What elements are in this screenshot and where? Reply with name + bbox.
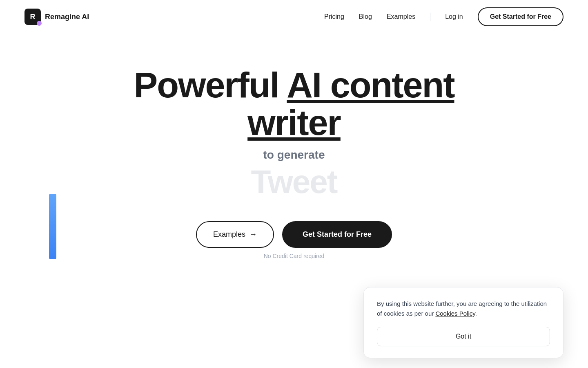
no-credit-card-text: No Credit Card required <box>264 253 325 259</box>
nav-divider <box>430 13 430 21</box>
navbar: R Remagine AI Pricing Blog Examples Log … <box>0 0 588 34</box>
decorative-bar <box>49 194 56 259</box>
hero-title-part3: writer <box>247 102 341 143</box>
nav-link-pricing[interactable]: Pricing <box>324 13 344 20</box>
cookie-text: By using this website further, you are a… <box>377 299 550 319</box>
nav-cta-button[interactable]: Get Started for Free <box>478 7 564 26</box>
get-started-button[interactable]: Get Started for Free <box>282 221 392 248</box>
nav-links: Pricing Blog Examples Log in Get Started… <box>324 7 564 26</box>
hero-title-part1: Powerful <box>134 65 287 105</box>
cookie-banner: By using this website further, you are a… <box>363 287 564 358</box>
logo[interactable]: R Remagine AI <box>24 9 89 25</box>
login-button[interactable]: Log in <box>445 13 463 20</box>
hero-buttons: Examples → Get Started for Free <box>196 221 392 248</box>
hero-title-part2: AI content <box>287 65 454 105</box>
nav-link-examples[interactable]: Examples <box>387 13 415 20</box>
logo-icon: R <box>24 9 41 25</box>
hero-animated-word: Tweet <box>251 163 337 201</box>
hero-title: Powerful AI content writer <box>134 66 454 142</box>
brand-name: Remagine AI <box>45 13 89 21</box>
arrow-icon: → <box>249 230 257 239</box>
nav-link-blog[interactable]: Blog <box>359 13 372 20</box>
hero-section: Powerful AI content writer to generate T… <box>0 34 588 259</box>
cookie-got-it-button[interactable]: Got it <box>377 327 550 346</box>
hero-subtitle: to generate <box>263 148 325 162</box>
cookies-policy-link[interactable]: Cookies Policy <box>435 310 475 317</box>
examples-button[interactable]: Examples → <box>196 221 274 248</box>
